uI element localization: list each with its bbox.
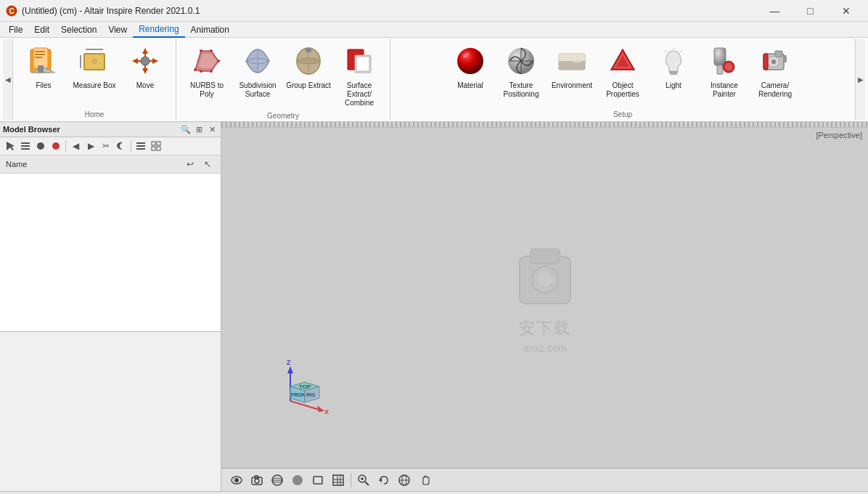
light-label: Light [666, 81, 681, 90]
svg-point-73 [37, 142, 44, 150]
svg-marker-17 [142, 48, 148, 54]
vp-btn-hand[interactable] [415, 471, 434, 490]
mb-name-icons: ↩ ↖ [183, 157, 215, 171]
svg-rect-5 [35, 54, 45, 55]
svg-rect-71 [21, 145, 30, 147]
left-panel-bottom [0, 331, 221, 491]
svg-rect-68 [784, 55, 787, 62]
mb-tb-back-btn[interactable]: ◀ [68, 139, 83, 153]
menu-selection[interactable]: Selection [55, 22, 102, 38]
status-bar: XYZ [0, 491, 868, 494]
mb-tb-select-btn[interactable] [3, 139, 17, 153]
mb-tb-layer-btn[interactable] [18, 139, 33, 153]
svg-rect-6 [35, 57, 42, 58]
mb-tb-grid2-btn[interactable] [149, 139, 163, 153]
object-properties-label: Object Properties [599, 81, 646, 99]
svg-rect-83 [531, 249, 560, 264]
instance-painter-label: Instance Painter [701, 81, 748, 99]
svg-point-67 [771, 60, 776, 64]
vp-btn-grid[interactable] [329, 471, 348, 490]
svg-text:X: X [324, 408, 329, 416]
svg-rect-76 [136, 145, 145, 147]
window-title: (Untitled) (cm) - Altair Inspire Render … [22, 6, 200, 16]
svg-point-61 [725, 63, 732, 70]
mb-name-col-label: Name [6, 160, 27, 169]
model-browser-toolbar: ◀ ▶ ✂ [0, 137, 221, 155]
move-label: Move [136, 81, 154, 90]
mb-tb-moon-btn[interactable] [114, 139, 128, 153]
viewport-area[interactable]: [Perspective] 安下载 anxz.com Z [221, 128, 868, 468]
ribbon-btn-light[interactable]: Light [649, 41, 698, 93]
mb-name-icon-1[interactable]: ↩ [183, 157, 197, 171]
vp-btn-plane[interactable] [308, 471, 327, 490]
texture-positioning-label: Texture Positioning [498, 81, 544, 99]
vp-btn-solid[interactable] [288, 471, 307, 490]
move-icon [128, 44, 163, 78]
vp-btn-sphere[interactable] [268, 471, 287, 490]
svg-text:□: □ [93, 58, 97, 65]
ribbon-collapse-right[interactable]: ▶ [855, 39, 865, 120]
ribbon-btn-measure-box[interactable]: □ Measure Box [70, 41, 119, 93]
title-left: C (Untitled) (cm) - Altair Inspire Rende… [6, 5, 200, 17]
ribbon-btn-object-properties[interactable]: Object Properties [598, 41, 647, 102]
close-button[interactable]: ✕ [830, 0, 862, 22]
minimize-button[interactable]: — [758, 0, 791, 22]
ribbon-btn-subdivision-surface[interactable]: Subdivision Surface [233, 41, 282, 102]
nurbs-to-poly-icon [189, 44, 224, 78]
ribbon-btn-group-extract[interactable]: Group Extract [284, 41, 333, 93]
svg-marker-87 [287, 366, 293, 373]
svg-rect-108 [333, 475, 343, 485]
vp-btn-eye[interactable] [227, 471, 246, 490]
measure-box-label: Measure Box [73, 81, 116, 90]
mb-tb-list-btn[interactable] [134, 139, 148, 153]
mb-name-icon-2[interactable]: ↖ [200, 157, 215, 171]
vp-btn-undo[interactable] [374, 471, 393, 490]
svg-rect-42 [356, 57, 369, 71]
camera-rendering-label: Camera/ Rendering [752, 81, 798, 99]
mb-grid-btn[interactable]: ⊞ [193, 124, 205, 135]
mb-close-btn[interactable]: ✕ [206, 124, 218, 135]
svg-rect-58 [714, 48, 726, 65]
svg-point-30 [210, 49, 213, 52]
vp-btn-zoom[interactable] [354, 471, 373, 490]
svg-rect-75 [136, 142, 145, 144]
maximize-button[interactable]: □ [794, 0, 827, 22]
svg-rect-70 [21, 142, 30, 144]
ribbon-btn-camera-rendering[interactable]: Camera/ Rendering [750, 41, 800, 102]
menu-animation[interactable]: Animation [185, 22, 235, 38]
svg-point-106 [292, 475, 303, 485]
vp-btn-globe[interactable] [395, 471, 414, 490]
svg-text:RIG: RIG [306, 392, 316, 397]
menu-rendering[interactable]: Rendering [133, 22, 184, 38]
model-browser-title: Model Browser [3, 125, 60, 134]
files-label: Files [36, 81, 51, 90]
svg-point-33 [200, 70, 202, 73]
menu-file[interactable]: File [3, 22, 28, 38]
svg-rect-81 [157, 147, 160, 150]
ribbon-btn-surface-extract-combine[interactable]: Surface Extract/ Combine [335, 41, 384, 110]
menu-view[interactable]: View [102, 22, 133, 38]
model-browser-header: Model Browser 🔍 ⊞ ✕ [0, 122, 221, 137]
ribbon-btn-nurbs-to-poly[interactable]: NURBS to Poly [182, 41, 232, 102]
svg-rect-49 [559, 54, 585, 61]
ribbon-btn-instance-painter[interactable]: Instance Painter [700, 41, 749, 102]
mb-tb-fwd-btn[interactable]: ▶ [83, 139, 98, 153]
svg-marker-19 [132, 58, 138, 64]
svg-point-28 [194, 68, 197, 71]
svg-point-74 [52, 142, 60, 150]
mb-tb-red-dot-btn[interactable] [49, 139, 63, 153]
ribbon-btn-texture-positioning[interactable]: Texture Positioning [496, 41, 546, 102]
ribbon-collapse-left[interactable]: ◀ [3, 39, 13, 120]
mb-search-btn[interactable]: 🔍 [180, 124, 192, 135]
ribbon-setup-label: Setup [396, 109, 849, 120]
mb-tb-cut-btn[interactable]: ✂ [99, 139, 113, 153]
ribbon-btn-environment[interactable]: Environment [547, 41, 597, 93]
vp-btn-camera[interactable] [247, 471, 266, 490]
ribbon-btn-material[interactable]: Material [446, 41, 495, 93]
mb-tb-dot-btn[interactable] [33, 139, 48, 153]
watermark-sub: anxz.com [523, 342, 567, 354]
svg-line-114 [365, 482, 369, 485]
ribbon-btn-files[interactable]: Files [19, 41, 68, 93]
menu-edit[interactable]: Edit [28, 22, 55, 38]
ribbon-btn-move[interactable]: Move [120, 41, 170, 93]
